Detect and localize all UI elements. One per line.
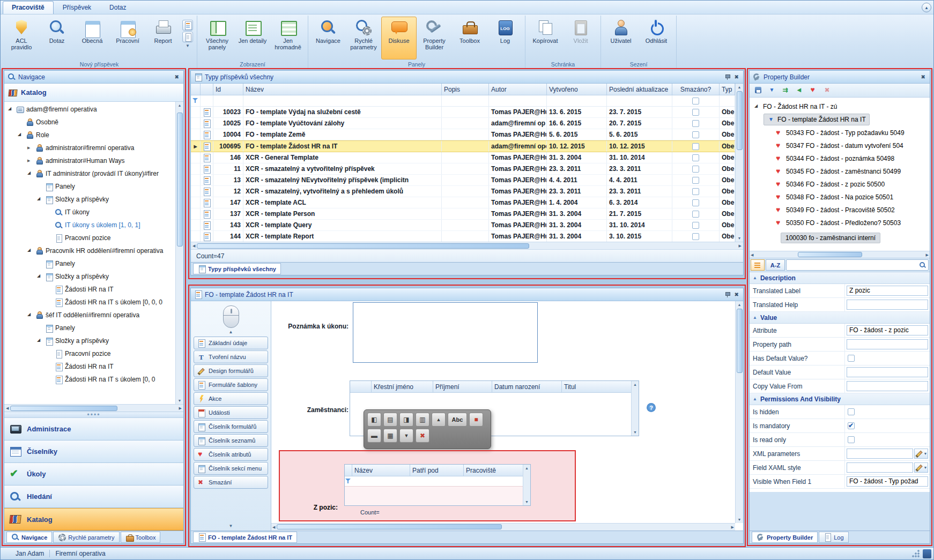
- grid-row[interactable]: ▶ 137 XCR - template Person Tomas PAJER@…: [191, 208, 735, 220]
- ribbon-button[interactable]: Navigace: [310, 17, 346, 59]
- tree-item[interactable]: Žádosti HR na IT: [4, 283, 175, 296]
- tree-item[interactable]: Pracovník HR oddělení#firemní operativa: [4, 244, 175, 257]
- column-header-popis[interactable]: Popis: [442, 84, 489, 95]
- tree-item[interactable]: Složky a příspěvky: [4, 270, 175, 283]
- grid-row[interactable]: ▶ 144 XCR - template Report Tomas PAJER@…: [191, 231, 735, 242]
- checkbox[interactable]: [848, 408, 855, 415]
- tree-expander-icon[interactable]: [46, 235, 53, 241]
- tree-item[interactable]: Osobně: [4, 116, 175, 129]
- zp-col-pracoviste[interactable]: Pracoviště: [464, 465, 530, 476]
- attribute-item[interactable]: 50347 FO - žádost - datum vytvoření 504: [775, 139, 930, 152]
- collapse-ribbon-icon[interactable]: ▴: [922, 3, 931, 12]
- deleted-checkbox[interactable]: [692, 131, 699, 138]
- ribbon-button[interactable]: Diskuse: [381, 17, 417, 59]
- align-center-icon[interactable]: [383, 413, 397, 427]
- grid-row[interactable]: ▶ 10025 FO - template Vyúčtování zálohy …: [191, 118, 735, 129]
- attribute-item[interactable]: 50346 FO - žádost - z pozic 50500: [775, 178, 930, 191]
- employees-grid-scrollbar[interactable]: ▲▼: [631, 381, 639, 436]
- panel-bottom-tab[interactable]: Navigace: [6, 532, 52, 543]
- align-left-icon[interactable]: [367, 413, 381, 427]
- tree-scrollbar-vertical[interactable]: ▲ ▼: [175, 102, 183, 404]
- color-icon[interactable]: [469, 413, 483, 427]
- tree-expander-icon[interactable]: [46, 222, 53, 228]
- canvas-scrollbar-vertical[interactable]: ▲ ▼: [735, 301, 743, 523]
- tree-expander-icon[interactable]: [46, 209, 53, 215]
- ribbon-button[interactable]: Dotaz: [39, 17, 75, 59]
- note-textbox[interactable]: [353, 302, 538, 363]
- tree-selected-item[interactable]: FO - template Žádost HR na IT: [763, 114, 870, 125]
- deleted-checkbox[interactable]: [692, 120, 699, 127]
- emp-col-krestni[interactable]: Křestní jméno: [372, 381, 433, 392]
- column-header-autor[interactable]: Autor: [489, 84, 547, 95]
- tree-expander-icon[interactable]: [36, 183, 43, 190]
- panel-bottom-tab[interactable]: Log: [819, 532, 848, 543]
- property-value[interactable]: ▼: [845, 419, 930, 432]
- tree-expander-icon[interactable]: [27, 312, 33, 318]
- tree-item[interactable]: Složky a příspěvky: [4, 193, 175, 206]
- property-tree-scrollbar[interactable]: ◀ ▶: [750, 251, 930, 258]
- hierarchy-button[interactable]: [780, 85, 792, 96]
- edit-button[interactable]: ▼: [914, 462, 928, 473]
- nav-section[interactable]: Úkoly: [4, 463, 183, 486]
- tree-expander-icon[interactable]: [27, 145, 33, 151]
- grid-row[interactable]: ▶ 146 XCR - General Template Tomas PAJER…: [191, 152, 735, 163]
- section-value[interactable]: ▲ Value: [750, 312, 930, 324]
- grid-row[interactable]: ▶ 143 XCR - template Query Tomas PAJER@H…: [191, 220, 735, 231]
- tree-item[interactable]: IT úkony: [4, 206, 175, 219]
- form-nav-button[interactable]: Číselník atributů: [194, 448, 268, 461]
- save-button[interactable]: [752, 85, 764, 96]
- tree-item[interactable]: Panely: [4, 180, 175, 193]
- deleted-checkbox[interactable]: [692, 109, 699, 116]
- grid-row[interactable]: ▶ 13 XCR - smazatelný NEvytvořitelný pří…: [191, 175, 735, 186]
- form-nav-button[interactable]: Číselník sekcí menu: [194, 462, 268, 475]
- help-icon[interactable]: ?: [647, 403, 656, 412]
- ribbon-button[interactable]: Property Builder: [417, 17, 452, 59]
- tree-item[interactable]: Žádosti HR na IT: [4, 360, 175, 373]
- mini-new-page-button[interactable]: [182, 32, 193, 42]
- ribbon-button[interactable]: Odhlásit: [639, 17, 674, 59]
- ribbon-button[interactable]: Rychlé parametry: [346, 17, 381, 59]
- property-value[interactable]: ▼: [845, 298, 930, 311]
- zp-col-nazev[interactable]: Název: [352, 465, 410, 476]
- checkbox[interactable]: [848, 355, 855, 362]
- width-icon[interactable]: [367, 429, 381, 443]
- panel-bottom-tab[interactable]: Toolbox: [121, 532, 161, 543]
- ribbon-button[interactable]: Jen hromadně: [270, 17, 306, 59]
- property-value[interactable]: ▼: [845, 461, 930, 474]
- az-sort-tab[interactable]: A-Z: [766, 259, 785, 271]
- section-permissions[interactable]: ▲ Permissions And Visibility: [750, 393, 930, 405]
- filter-checkbox[interactable]: [692, 98, 699, 104]
- delete-icon[interactable]: [416, 429, 429, 443]
- tree-item[interactable]: Žádosti HR na IT s úkolem [0, 0: [4, 373, 175, 386]
- ribbon-tab[interactable]: Příspěvek: [54, 1, 100, 14]
- grid-row[interactable]: ▶ 10004 FO - template Země Tomas PAJER@H…: [191, 129, 735, 140]
- related-template-item[interactable]: 100030 fo - zaměstnanci interní: [781, 233, 880, 243]
- ribbon-button[interactable]: Log: [487, 17, 523, 59]
- ribbon-button[interactable]: Obecná: [75, 17, 110, 59]
- grid-row[interactable]: ▶ 100695 FO - template Žádost HR na IT a…: [191, 140, 735, 152]
- deleted-checkbox[interactable]: [692, 177, 699, 184]
- tree-expander-icon[interactable]: [17, 119, 24, 125]
- deleted-checkbox[interactable]: [692, 233, 699, 240]
- property-value[interactable]: ▼: [845, 405, 930, 419]
- ribbon-button[interactable]: Všechny panely: [199, 17, 235, 59]
- panel-bottom-tab[interactable]: Rychlé parametry: [53, 532, 119, 543]
- tree-item[interactable]: administrator#firemní operativa: [4, 141, 175, 154]
- tree-expander-icon[interactable]: [46, 363, 53, 370]
- tree-expander-icon[interactable]: [46, 299, 53, 305]
- emp-col-datum[interactable]: Datum narození: [492, 381, 562, 392]
- deleted-checkbox[interactable]: [692, 222, 699, 229]
- tree-item[interactable]: Role: [4, 129, 175, 141]
- form-nav-button[interactable]: Události: [194, 406, 268, 419]
- ribbon-button[interactable]: Toolbox: [452, 17, 487, 59]
- ribbon-tab[interactable]: Dotaz: [100, 1, 135, 14]
- grid-row[interactable]: ▶ 10023 FO - template Výdaj na služební …: [191, 107, 735, 118]
- pin-icon[interactable]: [724, 74, 731, 80]
- back-button[interactable]: [794, 85, 806, 96]
- table-icon[interactable]: [383, 429, 397, 443]
- move-down-icon[interactable]: [399, 429, 413, 443]
- column-header-nazev[interactable]: Název: [243, 84, 442, 95]
- abc-button[interactable]: Abc: [448, 413, 467, 427]
- close-icon[interactable]: ✖: [733, 74, 740, 80]
- tree-item[interactable]: adam@firemní operativa: [4, 103, 175, 116]
